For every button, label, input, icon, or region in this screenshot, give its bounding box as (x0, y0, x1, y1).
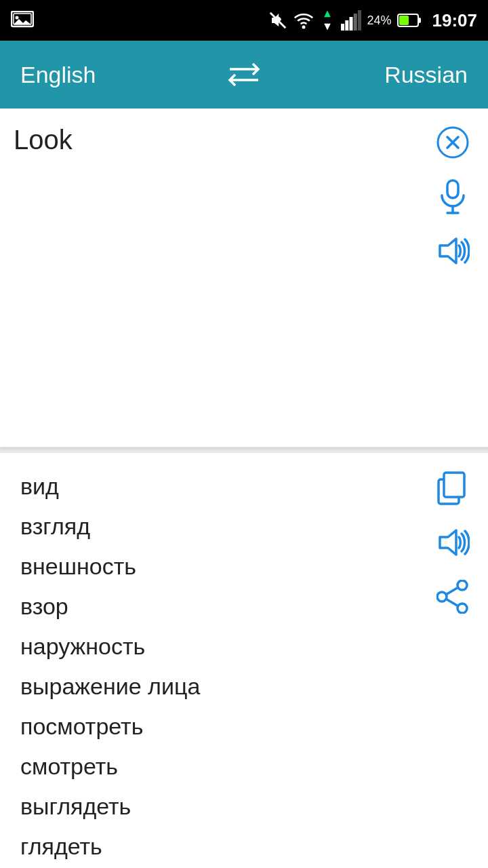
translation-item[interactable]: выражение лица (20, 667, 435, 707)
status-bar: 24% 19:07 (0, 0, 488, 41)
status-bar-right: 24% 19:07 (268, 10, 477, 31)
status-bar-left (11, 11, 34, 30)
svg-marker-25 (440, 530, 456, 555)
svg-rect-11 (354, 14, 357, 31)
translation-item[interactable]: вид (20, 467, 435, 507)
clear-button[interactable] (435, 125, 470, 160)
translation-item[interactable]: наружность (20, 627, 435, 667)
result-action-icons (435, 467, 474, 614)
translation-input[interactable]: Look (14, 122, 435, 407)
target-language[interactable]: Russian (271, 62, 468, 88)
microphone-button[interactable] (435, 179, 470, 214)
translation-item[interactable]: внешность (20, 547, 435, 587)
speak-input-button[interactable] (435, 233, 470, 269)
svg-rect-24 (444, 473, 464, 497)
source-language[interactable]: English (20, 62, 217, 88)
battery-icon (397, 13, 422, 28)
screen-icon (11, 11, 34, 30)
svg-point-26 (458, 580, 467, 590)
svg-rect-10 (350, 17, 353, 31)
input-area: Look (0, 108, 488, 448)
svg-marker-3 (14, 19, 31, 24)
svg-point-28 (458, 604, 467, 613)
copy-button[interactable] (435, 471, 470, 506)
mute-icon (268, 10, 288, 31)
swap-arrows-icon (226, 61, 262, 88)
svg-rect-15 (418, 18, 421, 23)
svg-rect-8 (341, 24, 344, 31)
speak-result-button[interactable] (435, 525, 470, 560)
translation-item[interactable]: посмотреть (20, 707, 435, 747)
svg-point-2 (16, 16, 19, 20)
translation-item[interactable]: смотреть (20, 747, 435, 787)
battery-percent: 24% (367, 14, 391, 28)
translation-item[interactable]: взгляд (20, 507, 435, 547)
svg-line-29 (447, 588, 458, 595)
svg-line-30 (447, 599, 458, 606)
share-button[interactable] (435, 579, 470, 614)
svg-rect-9 (346, 20, 349, 31)
translation-item[interactable]: выглядеть (20, 787, 435, 827)
translations-list: видвзглядвнешностьвзорнаружностьвыражени… (20, 467, 435, 868)
data-icon (319, 10, 336, 31)
svg-rect-14 (399, 16, 409, 25)
signal-icon (341, 10, 361, 31)
status-time: 19:07 (432, 10, 478, 31)
swap-languages-button[interactable] (217, 61, 271, 88)
translation-item[interactable]: глядеть (20, 827, 435, 867)
svg-point-27 (437, 592, 447, 601)
svg-marker-6 (325, 11, 331, 18)
svg-marker-7 (325, 24, 331, 31)
results-area: видвзглядвнешностьвзорнаружностьвыражени… (0, 453, 488, 868)
wifi-icon (293, 10, 314, 31)
input-action-icons (435, 122, 474, 269)
svg-marker-22 (440, 239, 456, 263)
svg-rect-19 (447, 180, 458, 198)
app-bar: English Russian (0, 41, 488, 108)
svg-rect-12 (358, 10, 361, 31)
svg-point-5 (303, 26, 305, 28)
translation-item[interactable]: взор (20, 587, 435, 627)
